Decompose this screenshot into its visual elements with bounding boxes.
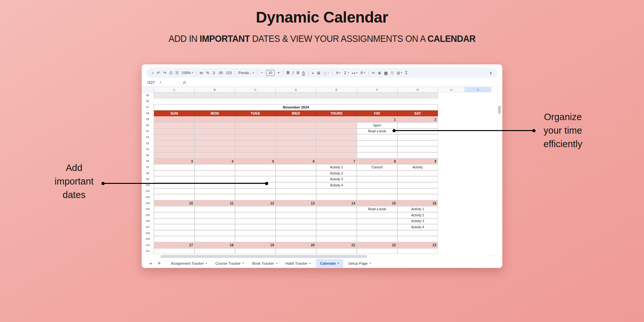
cell-B108[interactable] <box>194 230 235 236</box>
cell-D97[interactable] <box>276 164 316 170</box>
cell-C98[interactable] <box>235 170 276 176</box>
cell-F94[interactable] <box>357 146 397 152</box>
row-header-106[interactable]: 106 <box>142 218 154 224</box>
cell-G88[interactable]: SAT <box>397 110 438 117</box>
cell-B101[interactable] <box>194 188 235 194</box>
cell-D111[interactable] <box>276 248 316 254</box>
cell-G94[interactable] <box>397 146 438 152</box>
cell-B104[interactable] <box>194 206 235 212</box>
cell-name-box[interactable]: I127 ▾ <box>142 80 175 84</box>
cell-E90[interactable] <box>316 122 357 128</box>
cell-F93[interactable] <box>357 140 397 147</box>
cell-D95[interactable] <box>276 152 316 158</box>
scroll-left-icon[interactable]: ‹ <box>489 254 490 257</box>
cell-B98[interactable] <box>194 170 235 176</box>
cell-G100[interactable] <box>397 182 438 188</box>
cell-B102[interactable] <box>194 194 235 200</box>
text-color-button[interactable]: A <box>302 71 305 75</box>
cell-E91[interactable] <box>316 128 357 135</box>
functions-button[interactable]: Σ <box>405 71 408 75</box>
cell-A93[interactable] <box>154 140 194 147</box>
cell-B103[interactable]: 11 <box>194 200 235 206</box>
name-box-dropdown-icon[interactable]: ▾ <box>160 81 161 84</box>
increase-decimals-button[interactable]: .00 <box>218 71 223 75</box>
increase-font-size-button[interactable]: + <box>278 71 280 75</box>
cell-A96[interactable]: 3 <box>154 158 194 165</box>
row-header-93[interactable]: 93 <box>142 140 154 147</box>
cell-E99[interactable]: Activity 3 <box>316 176 357 182</box>
cell-E95[interactable] <box>316 152 357 158</box>
zoom-select[interactable]: 100%▾ <box>182 71 193 75</box>
cell-E103[interactable]: 14 <box>316 200 357 206</box>
grid-corner[interactable] <box>142 87 154 92</box>
cell-E92[interactable] <box>316 134 357 140</box>
cell-B93[interactable] <box>194 140 235 147</box>
cell-B97[interactable] <box>194 164 235 170</box>
cell-B94[interactable] <box>194 146 235 152</box>
cell-E102[interactable] <box>316 194 357 200</box>
row-header-105[interactable]: 105 <box>142 212 154 218</box>
cell-A99[interactable] <box>154 176 194 182</box>
cell-A105[interactable] <box>154 212 194 218</box>
cell-C91[interactable] <box>235 128 276 135</box>
cell-G99[interactable] <box>397 176 438 182</box>
column-header-C[interactable]: C <box>235 87 276 92</box>
decrease-font-size-button[interactable]: − <box>260 71 263 75</box>
vertical-align-button[interactable]: ↧▾ <box>344 71 349 75</box>
cell-F85[interactable] <box>357 92 397 99</box>
cell-C97[interactable] <box>235 164 276 170</box>
cell-D89[interactable] <box>276 116 316 122</box>
insert-comment-button[interactable]: ⊕ <box>378 71 381 75</box>
cell-F96[interactable]: 8 <box>357 158 397 165</box>
tab-calendar[interactable]: Calendar▾ <box>316 259 343 268</box>
cell-F107[interactable] <box>357 224 397 230</box>
row-header-94[interactable]: 94 <box>142 146 154 152</box>
cell-A111[interactable] <box>154 248 194 254</box>
cell-C103[interactable]: 12 <box>235 200 276 206</box>
row-header-99[interactable]: 99 <box>142 176 154 182</box>
undo-icon[interactable]: ↶ <box>157 71 160 75</box>
cell-A104[interactable] <box>154 206 194 212</box>
cell-D105[interactable] <box>276 212 316 218</box>
cell-D110[interactable]: 20 <box>276 242 316 248</box>
cell-G93[interactable] <box>397 140 438 147</box>
cell-D98[interactable] <box>276 170 316 176</box>
column-header-B[interactable]: B <box>194 87 235 92</box>
cell-C96[interactable]: 5 <box>235 158 276 165</box>
cell-D108[interactable] <box>276 230 316 236</box>
cell-D93[interactable] <box>276 140 316 147</box>
cell-G98[interactable] <box>397 170 438 176</box>
tab-course-tracker[interactable]: Course Tracker▾ <box>211 259 248 268</box>
cell-E89[interactable] <box>316 116 357 122</box>
cell-E96[interactable]: 7 <box>316 158 357 165</box>
cell-G106[interactable]: Activity 3 <box>397 218 438 224</box>
percent-format-button[interactable]: % <box>206 71 209 75</box>
cell-B107[interactable] <box>194 224 235 230</box>
cell-G109[interactable] <box>397 236 438 242</box>
row-header-110[interactable]: 110 <box>142 242 154 248</box>
cell-month-title[interactable]: November 2024 <box>154 104 438 110</box>
cell-C85[interactable] <box>235 92 276 99</box>
cell-C108[interactable] <box>235 230 276 236</box>
cell-E107[interactable] <box>316 224 357 230</box>
cell-F108[interactable] <box>357 230 397 236</box>
cell-A94[interactable] <box>154 146 194 152</box>
cell-C110[interactable]: 19 <box>235 242 276 248</box>
cell-E106[interactable] <box>316 218 357 224</box>
cell-G91[interactable] <box>397 128 438 135</box>
cell-A109[interactable] <box>154 236 194 242</box>
cell-B92[interactable] <box>194 134 235 140</box>
cell-C109[interactable] <box>235 236 276 242</box>
cell-F105[interactable] <box>357 212 397 218</box>
cell-G92[interactable] <box>397 134 438 140</box>
cell-A90[interactable] <box>154 122 194 128</box>
cell-E97[interactable]: Activity 1 <box>316 164 357 170</box>
row-header-109[interactable]: 109 <box>142 236 154 242</box>
cell-C93[interactable] <box>235 140 276 147</box>
column-header-E[interactable]: E <box>316 87 357 92</box>
cell-B89[interactable] <box>194 116 235 122</box>
cell-D102[interactable] <box>276 194 316 200</box>
cell-D101[interactable] <box>276 188 316 194</box>
cell-G101[interactable] <box>397 188 438 194</box>
cell-F111[interactable] <box>357 248 397 254</box>
